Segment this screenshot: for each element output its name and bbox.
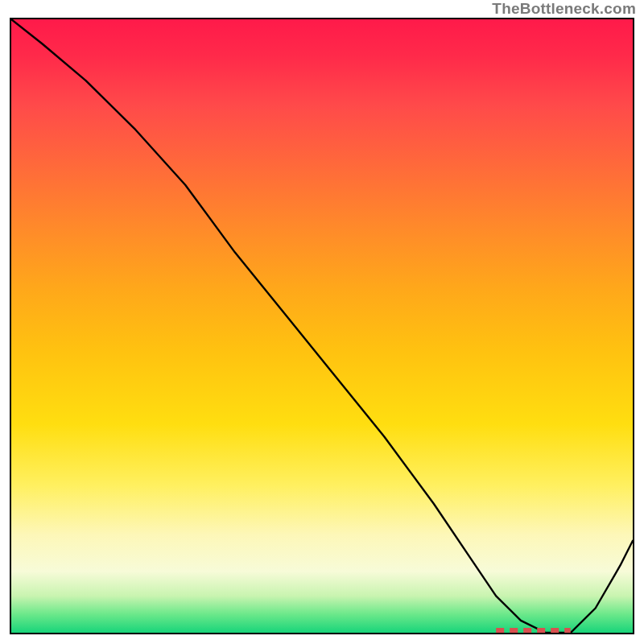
chart-frame: TheBottleneck.com <box>0 0 644 644</box>
watermark-label: TheBottleneck.com <box>492 0 636 18</box>
chart-svg <box>11 19 633 633</box>
plot-area <box>10 18 634 634</box>
bottleneck-curve <box>11 19 633 633</box>
